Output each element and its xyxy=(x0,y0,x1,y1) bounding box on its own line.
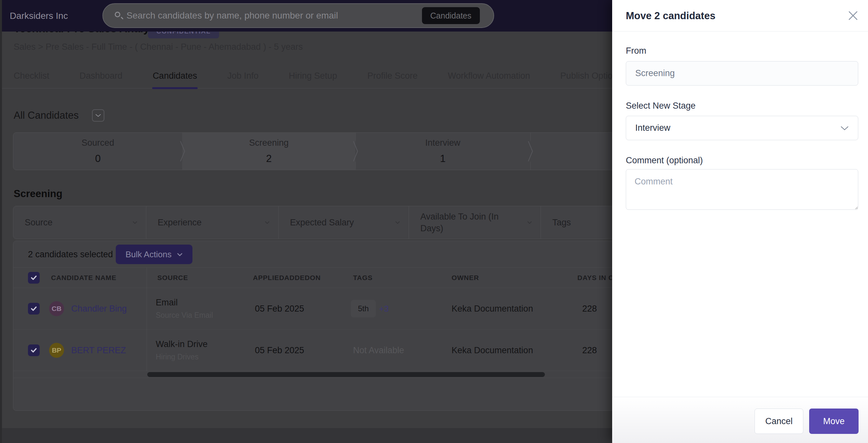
tab-workflow-automation[interactable]: Workflow Automation xyxy=(448,64,530,88)
applied-date: 05 Feb 2025 xyxy=(255,288,304,329)
window-edge xyxy=(0,0,2,443)
applied-date: 05 Feb 2025 xyxy=(255,329,304,371)
checkmark-icon xyxy=(31,348,37,353)
col-tags: TAGS xyxy=(353,268,373,288)
job-breadcrumb: Sales > Pre Sales - Full Time - ( Chenna… xyxy=(14,42,303,52)
chevron-down-icon xyxy=(177,253,183,256)
tab-checklist[interactable]: Checklist xyxy=(14,64,50,88)
bulk-actions-bar: 2 candidates selected Bulk Actions xyxy=(13,241,708,268)
tab-hiring-setup[interactable]: Hiring Setup xyxy=(289,64,337,88)
col-applied-added-on: APPLIEDADDEDON xyxy=(253,268,320,288)
modal-footer: Cancel Move xyxy=(612,397,868,443)
chevron-down-icon xyxy=(95,114,101,117)
move-candidates-modal: Move 2 candidates From Screening Select … xyxy=(612,0,868,443)
search-placeholder: Search candidates by name, phone number … xyxy=(126,4,338,27)
table-row: BP BERT PEREZ Walk-in Drive Hiring Drive… xyxy=(13,329,708,371)
company-name: Darksiders Inc xyxy=(10,0,68,32)
scrollbar-thumb[interactable] xyxy=(147,372,545,377)
chevron-down-icon xyxy=(265,221,270,224)
col-owner: OWNER xyxy=(452,268,479,288)
move-button[interactable]: Move xyxy=(809,409,859,434)
chevron-down-icon xyxy=(132,221,137,224)
global-search-input[interactable]: Search candidates by name, phone number … xyxy=(102,3,494,28)
selected-count-text: 2 candidates selected xyxy=(28,241,113,268)
tab-candidates[interactable]: Candidates xyxy=(153,64,197,88)
more-tags-link[interactable]: +3 xyxy=(379,288,389,329)
filter-source[interactable]: Source xyxy=(13,206,146,239)
days-in-stage-cell: 228 xyxy=(582,329,597,371)
horizontal-scrollbar xyxy=(13,371,708,378)
from-stage-field: Screening xyxy=(626,61,858,86)
stage-sourced[interactable]: Sourced 0 xyxy=(13,133,182,170)
comment-label: Comment (optional) xyxy=(626,155,703,166)
table-row: CB Chandler Bing Email Source Via Email … xyxy=(13,288,708,329)
col-candidate-name: CANDIDATE NAME xyxy=(51,268,116,288)
close-icon[interactable] xyxy=(846,9,860,22)
row-checkbox[interactable] xyxy=(28,303,40,315)
avatar: CB xyxy=(49,301,64,316)
new-stage-select[interactable]: Interview xyxy=(626,116,858,140)
col-source: SOURCE xyxy=(157,268,188,288)
candidates-table: 2 candidates selected Bulk Actions CANDI… xyxy=(13,241,709,411)
candidate-name-link[interactable]: BERT PEREZ xyxy=(71,329,126,371)
select-all-checkbox[interactable] xyxy=(28,272,40,284)
modal-title: Move 2 candidates xyxy=(626,0,716,32)
modal-header: Move 2 candidates xyxy=(612,0,868,32)
tags-cell: Not Available xyxy=(353,329,404,371)
stage-section-title: Screening xyxy=(14,188,62,200)
stage-screening[interactable]: Screening 2 xyxy=(182,133,355,170)
new-stage-label: Select New Stage xyxy=(626,101,696,111)
search-icon xyxy=(115,12,123,20)
job-tabs: Checklist Dashboard Candidates Job Info … xyxy=(0,64,613,88)
table-header-row: CANDIDATE NAME SOURCE APPLIEDADDEDON TAG… xyxy=(13,268,708,288)
checkmark-icon xyxy=(31,306,37,311)
search-scope-badge[interactable]: Candidates xyxy=(422,7,480,24)
checkmark-icon xyxy=(31,275,37,280)
filter-expected-salary[interactable]: Expected Salary xyxy=(279,206,409,239)
tag-chip: 5th xyxy=(351,300,376,318)
stage-interview[interactable]: Interview 1 xyxy=(355,133,530,170)
filter-bar: Source Experience Expected Salary Availa… xyxy=(13,206,709,239)
candidates-view-label: All Candidates xyxy=(14,110,79,121)
from-label: From xyxy=(626,46,646,56)
pipeline-stages: Sourced 0 Screening 2 Interview 1 Pre xyxy=(13,132,709,170)
app-root: Technical Pre Sales Analyst CONFIDENTIAL… xyxy=(0,0,868,443)
source-cell: Email Source Via Email xyxy=(156,288,213,329)
candidate-name-link[interactable]: Chandler Bing xyxy=(71,288,127,329)
owner-cell: Keka Documentation xyxy=(452,288,533,329)
table-bottom-border xyxy=(13,378,708,378)
source-cell: Walk-in Drive Hiring Drives xyxy=(156,329,208,371)
comment-textarea[interactable] xyxy=(626,169,858,210)
chevron-down-icon xyxy=(527,221,532,224)
row-checkbox[interactable] xyxy=(28,345,40,356)
bulk-actions-button[interactable]: Bulk Actions xyxy=(116,244,192,264)
owner-cell: Keka Documentation xyxy=(452,329,533,371)
filter-experience[interactable]: Experience xyxy=(146,206,279,239)
tab-profile-score[interactable]: Profile Score xyxy=(367,64,418,88)
avatar: BP xyxy=(49,343,64,358)
chevron-down-icon xyxy=(395,221,400,224)
tab-dashboard[interactable]: Dashboard xyxy=(80,64,123,88)
tab-job-info[interactable]: Job Info xyxy=(227,64,258,88)
view-dropdown-button[interactable] xyxy=(92,109,104,122)
days-in-stage-cell: 228 xyxy=(582,288,597,329)
filter-available-to-join[interactable]: Available To Join (In Days) xyxy=(409,206,541,239)
cancel-button[interactable]: Cancel xyxy=(754,409,803,434)
frozen-column-divider xyxy=(147,268,147,371)
chevron-down-icon xyxy=(840,126,849,130)
